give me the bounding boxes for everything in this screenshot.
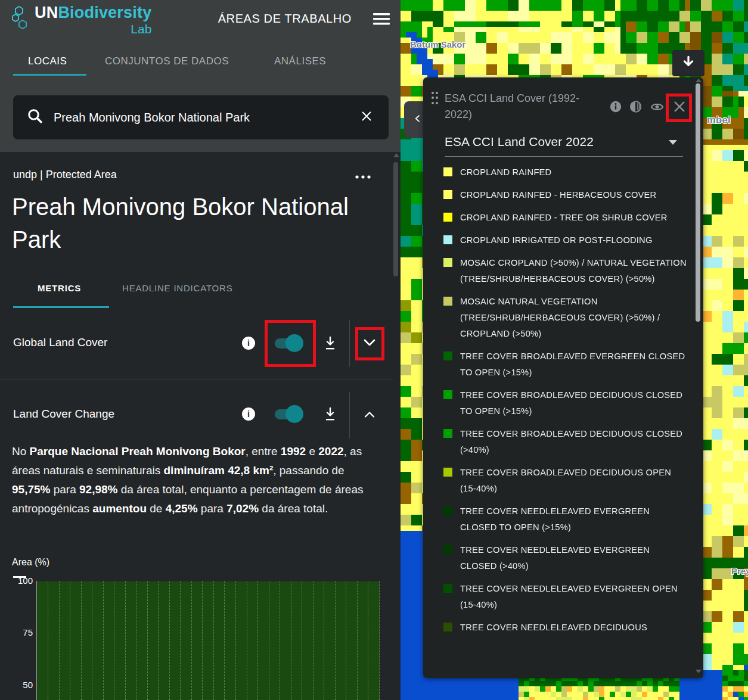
legend-item: TREE COVER NEEDLELEAVED EVERGREEN CLOSED… (443, 542, 687, 574)
panel-scrollbar[interactable] (696, 83, 700, 322)
chart-gridline (114, 581, 114, 700)
annotation-box-toggle (265, 320, 316, 367)
chart-gridline (103, 581, 104, 700)
page-title: Preah Monivong Bokor National Park (12, 191, 358, 256)
legend-item: TREE COVER BROADLEAVED EVERGREEN CLOSED … (443, 349, 687, 381)
tab-conjuntos-de-dados[interactable]: CONJUNTOS DE DADOS (105, 55, 229, 67)
narrative-segment: de (147, 502, 166, 515)
narrative-segment: diminuíram 42,8 km² (164, 464, 274, 477)
legend-item: TREE COVER NEEDLELEAVED EVERGREEN CLOSED… (443, 503, 687, 536)
narrative-segment: , passando de (273, 464, 344, 477)
map-label-prey: Prey (731, 566, 748, 576)
left-panel: UNBiodiversity Lab ÁREAS DE TRABALHO LOC… (0, 0, 401, 700)
download-icon[interactable] (323, 336, 337, 354)
legend-item-label: CROPLAND IRRIGATED OR POST-FLOODING (460, 232, 653, 248)
narrative-segment: 4,25% (166, 502, 198, 515)
place-source-label: undp | Protected Area (13, 169, 117, 181)
chart-gridline (302, 581, 302, 700)
row-divider (349, 392, 350, 438)
chart-gridline (147, 581, 148, 700)
narrative-segment: No (12, 445, 30, 458)
search-input[interactable] (52, 110, 360, 125)
download-icon[interactable] (323, 407, 337, 425)
tab-headline-indicators[interactable]: HEADLINE INDICATORS (122, 283, 233, 293)
legend-item: CROPLAND RAINFED (443, 164, 687, 181)
map-download-button[interactable] (672, 50, 704, 76)
section-global-land-cover: Global Land Cover (13, 336, 107, 349)
legend-swatch (443, 468, 452, 477)
narrative: No Parque Nacional Preah Monivong Bokor,… (12, 442, 384, 518)
legend-item: CROPLAND RAINFED - HERBACEOUS COVER (443, 187, 687, 203)
search-icon (26, 107, 44, 127)
logo-lab: Lab (35, 22, 151, 36)
unbl-logo[interactable]: UNBiodiversity Lab (11, 5, 151, 36)
legend-item-label: CROPLAND RAINFED (460, 164, 551, 181)
legend-item: TREE COVER BROADLEAVED DECIDUOUS CLOSED … (443, 426, 687, 458)
chart-gridline (247, 581, 247, 700)
active-subtab-underline (13, 306, 109, 308)
section-divider (0, 379, 393, 379)
land-cover-change-toggle[interactable] (273, 405, 304, 424)
tab-locais[interactable]: LOCAIS (28, 55, 67, 67)
left-scroll-up-arrow[interactable] (393, 153, 399, 157)
legend-item: MOSAIC CROPLAND (>50%) / NATURAL VEGETAT… (443, 255, 687, 287)
legend-swatch (443, 351, 452, 360)
chart-gridline (357, 581, 358, 700)
legend-swatch (443, 213, 452, 222)
chevron-up-icon[interactable] (364, 410, 375, 421)
panel-scroll-down-arrow[interactable] (696, 670, 702, 673)
legend-item: CROPLAND IRRIGATED OR POST-FLOODING (443, 232, 687, 248)
legend-swatch (443, 584, 452, 593)
chart-gridline (70, 581, 70, 700)
legend-swatch (443, 545, 452, 554)
chart-gridline (280, 581, 280, 700)
chart-gridline (92, 581, 92, 700)
annotation-box-close (666, 94, 692, 122)
legend-item-label: TREE COVER BROADLEAVED DECIDUOUS OPEN (1… (460, 465, 687, 497)
chart-gridline (291, 581, 291, 700)
legend-item-label: TREE COVER BROADLEAVED DECIDUOUS CLOSED … (460, 426, 687, 458)
layer-info-icon[interactable] (609, 100, 622, 116)
narrative-segment: para (198, 502, 227, 515)
chart-gridline (158, 581, 159, 700)
dropdown-caret-icon[interactable] (669, 140, 677, 145)
layer-year-dropdown[interactable]: ESA CCI Land Cover 2022 (445, 135, 594, 149)
map-label-mbel: mbel (707, 114, 731, 126)
legend-item-label: TREE COVER NEEDLELEAVED EVERGREEN CLOSED… (460, 503, 687, 536)
search-clear-icon[interactable] (360, 110, 373, 125)
tab-metrics[interactable]: METRICS (38, 283, 81, 293)
legend-item-label: TREE COVER NEEDLELEAVED DECIDUOUS (460, 620, 647, 636)
chart-gridline (313, 581, 314, 700)
legend-item: TREE COVER BROADLEAVED DECIDUOUS CLOSED … (443, 387, 687, 419)
info-icon[interactable]: i (242, 407, 255, 421)
y-axis-tick-label: 75 (8, 627, 33, 637)
legend-item: CROPLAND RAINFED - TREE OR SHRUB COVER (443, 210, 687, 226)
legend-swatch (443, 190, 452, 199)
left-scrollbar[interactable] (393, 162, 398, 276)
hamburger-menu-icon[interactable] (373, 12, 390, 29)
layer-opacity-icon[interactable] (629, 100, 643, 116)
chart-gridline (379, 581, 380, 700)
legend-swatch (443, 390, 452, 399)
legend-item: TREE COVER NEEDLELEAVED DECIDUOUS (443, 620, 687, 636)
drag-handle-icon[interactable] (432, 92, 439, 105)
legend-swatch (443, 167, 452, 176)
chart-gridline (335, 581, 336, 700)
app-root: Botum Sakor mbel Prey ESA CCI Land Cover… (0, 0, 748, 700)
legend-list: CROPLAND RAINFEDCROPLAND RAINFED - HERBA… (443, 164, 687, 642)
more-options-icon[interactable] (354, 172, 372, 182)
legend-item-label: CROPLAND RAINFED - TREE OR SHRUB COVER (460, 210, 668, 226)
chart-gridline (169, 581, 170, 700)
chart-area (37, 581, 380, 700)
logo-un: UN (35, 4, 58, 21)
workspace-menu[interactable]: ÁREAS DE TRABALHO (218, 12, 352, 26)
legend-swatch (443, 429, 452, 438)
layer-visibility-eye-icon[interactable] (650, 100, 664, 116)
map-label-botum-sakor: Botum Sakor (410, 39, 465, 49)
tab-analises[interactable]: ANÁLISES (274, 55, 326, 67)
legend-swatch (443, 506, 452, 515)
panel-scroll-up-arrow[interactable] (696, 79, 702, 82)
narrative-segment: 1992 (281, 445, 306, 458)
legend-swatch (443, 623, 452, 631)
info-icon[interactable]: i (242, 337, 255, 350)
